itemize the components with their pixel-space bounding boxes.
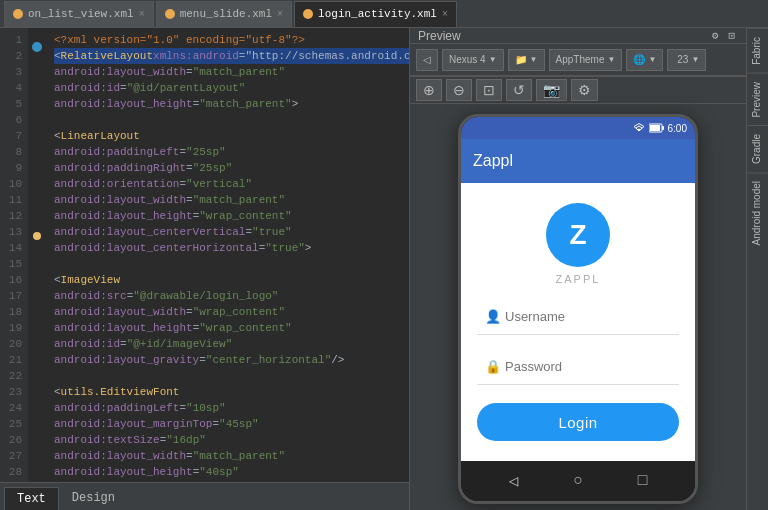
refresh-btn[interactable]: ↺ — [506, 79, 532, 101]
line-number-5: 5 — [0, 96, 22, 112]
code-line-15 — [54, 256, 409, 272]
gutter-cell-22 — [28, 293, 46, 306]
nexus-device-btn[interactable]: Nexus 4 ▼ — [442, 49, 504, 71]
line-number-19: 19 — [0, 320, 22, 336]
zoom-out-btn[interactable]: ⊖ — [446, 79, 472, 101]
sidebar-android-model[interactable]: Android model — [747, 172, 768, 253]
split-icon[interactable]: ⊡ — [725, 28, 738, 43]
theme-label: AppTheme — [556, 54, 605, 65]
gutter-cell-20 — [28, 268, 46, 281]
line-number-3: 3 — [0, 64, 22, 80]
tab-on-list-view[interactable]: on_list_view.xml × — [4, 1, 154, 27]
tab-close-btn[interactable]: × — [139, 9, 145, 20]
line-number-7: 7 — [0, 128, 22, 144]
wifi-icon — [632, 123, 646, 133]
logo-letter: Z — [569, 219, 586, 251]
code-lines[interactable]: <?xml version="1.0" encoding="utf-8"?><R… — [46, 28, 409, 482]
line-number-15: 15 — [0, 256, 22, 272]
status-time: 6:00 — [668, 123, 687, 134]
code-line-11: android:layout_width="match_parent" — [54, 192, 409, 208]
gutter-cell-6 — [28, 91, 46, 104]
sidebar-fabric[interactable]: Fabric — [747, 28, 768, 73]
tab-close-btn-2[interactable]: × — [277, 9, 283, 20]
code-line-20: android:id="@+id/imageView" — [54, 336, 409, 352]
gutter-cell-10 — [28, 141, 46, 154]
sidebar-preview[interactable]: Preview — [747, 73, 768, 126]
camera-btn[interactable]: 📷 — [536, 79, 567, 101]
gutter-cell-26 — [28, 343, 46, 356]
prev-btn[interactable]: ◁ — [416, 49, 438, 71]
login-button[interactable]: Login — [477, 403, 679, 441]
username-input[interactable] — [477, 299, 679, 335]
svg-rect-1 — [662, 126, 664, 130]
line-number-14: 14 — [0, 240, 22, 256]
sidebar-gradle[interactable]: Gradle — [747, 125, 768, 172]
api-btn[interactable]: 23 ▼ — [667, 49, 706, 71]
phone-body: Z ZAPPL 👤 🔒 Login — [461, 183, 695, 461]
tab-design[interactable]: Design — [59, 486, 128, 510]
back-btn[interactable]: ◁ — [509, 471, 519, 491]
gutter-cell-29 — [28, 381, 46, 394]
line-number-27: 27 — [0, 448, 22, 464]
xml-icon — [13, 9, 23, 19]
line-number-24: 24 — [0, 400, 22, 416]
line-number-6: 6 — [0, 112, 22, 128]
code-line-14: android:layout_centerHorizontal="true"> — [54, 240, 409, 256]
device-toolbar: ◁ Nexus 4 ▼ 📁 ▼ AppTheme ▼ 🌐 ▼ 23 ▼ — [410, 44, 746, 76]
gutter-cell-13 — [28, 179, 46, 192]
tab-close-btn-3[interactable]: × — [442, 9, 448, 20]
recent-btn[interactable]: □ — [638, 472, 648, 490]
tab-menu-slide[interactable]: menu_slide.xml × — [156, 1, 292, 27]
gutter-cell-25 — [28, 331, 46, 344]
gutter-cell-19 — [28, 255, 46, 268]
gutter-cell-7 — [28, 104, 46, 117]
folder-btn[interactable]: 📁 ▼ — [508, 49, 545, 71]
status-icons: 6:00 — [632, 123, 687, 134]
settings2-btn[interactable]: ⚙ — [571, 79, 598, 101]
app-logo: Z — [546, 203, 610, 267]
tab-login-activity[interactable]: login_activity.xml × — [294, 1, 457, 27]
gutter-cell-32 — [28, 419, 46, 432]
code-line-27: android:layout_width="match_parent" — [54, 448, 409, 464]
line-number-28: 28 — [0, 464, 22, 480]
line-number-4: 4 — [0, 80, 22, 96]
line-number-10: 10 — [0, 176, 22, 192]
tab-design-label: Design — [72, 491, 115, 505]
xml-icon-2 — [165, 9, 175, 19]
battery-icon — [649, 123, 665, 133]
username-wrapper: 👤 — [477, 299, 679, 335]
zoom-fit-btn[interactable]: ⊡ — [476, 79, 502, 101]
nav-bar: ◁ ○ □ — [461, 461, 695, 501]
gutter-cell-33 — [28, 432, 46, 445]
code-line-16: <ImageView — [54, 272, 409, 288]
gutter-cell-28 — [28, 368, 46, 381]
home-btn[interactable]: ○ — [573, 472, 583, 490]
code-line-12: android:layout_height="wrap_content" — [54, 208, 409, 224]
settings-icon[interactable]: ⚙ — [709, 28, 722, 43]
tab-label-3: login_activity.xml — [318, 8, 437, 20]
password-wrapper: 🔒 — [477, 349, 679, 385]
preview-title: Preview — [418, 29, 461, 43]
globe-btn[interactable]: 🌐 ▼ — [626, 49, 663, 71]
api-arrow: ▼ — [691, 55, 699, 64]
tab-bar: on_list_view.xml × menu_slide.xml × logi… — [0, 0, 768, 28]
code-line-10: android:orientation="vertical" — [54, 176, 409, 192]
zoom-in-btn[interactable]: ⊕ — [416, 79, 442, 101]
password-input[interactable] — [477, 349, 679, 385]
code-line-17: android:src="@drawable/login_logo" — [54, 288, 409, 304]
tab-text[interactable]: Text — [4, 487, 59, 510]
code-line-9: android:paddingRight="25sp" — [54, 160, 409, 176]
code-content: 1234567891011121314151617181920212223242… — [0, 28, 409, 482]
phone-header: Zappl — [461, 139, 695, 183]
theme-btn[interactable]: AppTheme ▼ — [549, 49, 623, 71]
app-title: Zappl — [473, 152, 513, 170]
gutter-cell-27 — [28, 356, 46, 369]
code-editor: 1234567891011121314151617181920212223242… — [0, 28, 410, 510]
code-line-6 — [54, 112, 409, 128]
gutter-cell-18 — [28, 242, 46, 255]
bottom-tab-bar: Text Design — [0, 482, 409, 510]
line-number-18: 18 — [0, 304, 22, 320]
zoom-toolbar: ⊕ ⊖ ⊡ ↺ 📷 ⚙ — [410, 76, 746, 104]
code-line-23: <utils.EditviewFont — [54, 384, 409, 400]
xml-icon-3 — [303, 9, 313, 19]
